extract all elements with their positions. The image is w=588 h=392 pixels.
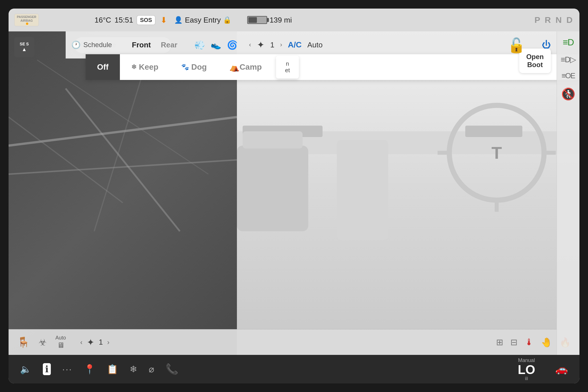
main-screen: PASSENGER AIRBAG 16°C 15:51 SOS ⬇ 👤 Easy… [9,9,579,383]
prnd-p: P [534,15,541,25]
airflow-combo-icon[interactable]: 🌀 [227,40,237,50]
spoke-right [541,151,556,155]
steering-wheel [447,103,547,203]
wiper-icon[interactable]: ⌀ [149,364,154,375]
airflow-feet-icon[interactable]: 👟 [211,40,221,50]
battery-miles: 139 mi [269,16,292,25]
steering-heat-icon[interactable]: 🌡 [525,337,534,347]
svg-line-3 [9,117,123,203]
biohazard-icon[interactable]: ☣ [39,337,47,348]
foglights-icon[interactable]: ≡OE [561,71,575,80]
front-rear-tabs: Front Rear [129,39,180,51]
person-exit-icon[interactable]: 🚷 [561,87,575,101]
keep-icon: ❄ [131,63,136,71]
car-icon[interactable]: 🚗 [555,363,568,375]
bottom-fan-speed: 1 [99,338,103,347]
airbag-sublabel: AIRBAG [20,19,33,23]
airflow-icons: 💨 👟 🌀 [194,40,237,50]
lo-display: Manual LO 🖥 [518,357,535,381]
svg-rect-9 [243,131,303,148]
prnd-r: R [545,15,552,25]
camp-label-partial: ⛺ [229,63,239,72]
svg-line-0 [9,117,237,146]
dog-icon: 🐾 [181,63,189,71]
highbeam-icon[interactable]: ≡D▷ [561,55,576,64]
fan-increase-button[interactable]: › [280,41,282,49]
spoke-bottom [495,198,499,212]
left-seat-heat-icon[interactable]: 🪑 [17,336,30,348]
volume-icon[interactable]: 🔈 [20,364,31,375]
easy-entry-label: Easy Entry [185,16,221,25]
prnd-display: P R N D [534,15,574,25]
compass-widget[interactable]: SE S▲ [14,37,34,57]
battery-fill [248,17,257,23]
bottom-fan-controls: ‹ ✦ 1 › [80,337,109,348]
fan-speed-value: 1 [270,41,274,49]
open-boot-label: Open Boot [526,53,544,69]
svg-line-1 [9,160,237,174]
fan-icon: ✦ [257,39,265,50]
prnd-d: D [566,15,574,25]
fan-right-arrow[interactable]: › [107,338,110,346]
battery-section: 139 mi [247,16,292,25]
prnd-n: N [555,15,563,25]
location-pin-icon[interactable]: 📍 [84,364,95,375]
auto-display: Auto 🖥 [55,335,66,350]
temperature-display: 16°C [94,16,111,25]
airbag-label: PASSENGER [17,15,36,19]
screen-small-icon: 🖥 [524,376,529,381]
front-defrost-icon[interactable]: ⊟ [510,337,517,347]
mode-camp-label: Camp [239,63,262,72]
mode-keep-button[interactable]: ❄ Keep [120,54,170,80]
fan-speed-controls: ‹ ✦ 1 › [249,39,282,50]
easy-entry-section: 👤 Easy Entry 🔒 [174,16,232,25]
lock-unlocked-icon[interactable]: 🔓 [508,37,525,54]
auto-label: Auto [55,335,66,341]
status-bar: PASSENGER AIRBAG 16°C 15:51 SOS ⬇ 👤 Easy… [9,9,579,31]
clock-icon: 🕐 [71,41,80,49]
headlights-icon[interactable]: ≡D [563,37,574,48]
mode-dog-label: Dog [191,63,207,72]
schedule-button[interactable]: 🕐 Schedule [71,41,112,49]
notes-icon[interactable]: 📋 [107,364,118,375]
svg-rect-10 [337,140,388,240]
fan-decrease-button[interactable]: ‹ [249,41,251,49]
temp-time-section: 16°C 15:51 SOS ⬇ [94,15,167,25]
mode-dog-button[interactable]: 🐾 Dog [170,54,218,80]
right-icons-panel: ≡D ≡D▷ ≡OE 🚷 [557,31,579,355]
overlay-line2: et [285,67,290,74]
seat-controls-row: 🪑 ☣ Auto 🖥 ‹ ✦ 1 › ⊞ ⊟ 🌡 🤚 🔥 [9,329,579,355]
mode-off-button[interactable]: Off [86,54,120,80]
fan-left-arrow[interactable]: ‹ [80,338,82,346]
screen-icon: 🖥 [57,341,65,350]
sos-button[interactable]: SOS [136,15,155,25]
more-options-icon[interactable]: ··· [62,364,73,375]
rear-defrost-icon[interactable]: ⊞ [496,337,503,347]
bottom-fan-icon: ✦ [87,337,94,348]
rear-tab[interactable]: Rear [158,39,180,51]
lo-value: LO [518,363,535,376]
svg-line-2 [66,89,180,231]
mode-selector-panel: Off ❄ Keep 🐾 Dog ⛺ Camp n et [86,54,579,80]
airflow-face-icon[interactable]: 💨 [194,40,205,50]
ac-button[interactable]: A/C [288,40,301,49]
clock-display: 15:51 [114,16,133,25]
taskbar: 🔈 ℹ ··· 📍 📋 ❄ ⌀ 📞 Manual LO 🖥 🚗 [9,355,579,383]
front-tab[interactable]: Front [129,39,154,51]
mode-off-label: Off [97,63,108,72]
svg-rect-8 [237,146,308,231]
phone-icon[interactable]: 📞 [166,363,178,375]
hvac-taskbar-icon[interactable]: ❄ [130,364,137,375]
airbag-dot [26,23,28,25]
partial-overlay-card: n et [276,56,299,79]
lock-icon: 🔒 [223,16,231,24]
download-icon: ⬇ [160,15,167,25]
seat-right-heat-icon[interactable]: 🤚 [541,337,552,348]
auto-button[interactable]: Auto [307,41,323,49]
mode-camp-button[interactable]: ⛺ Camp [218,54,273,80]
airbag-indicator: PASSENGER AIRBAG [14,14,39,26]
battery-bar [247,16,267,24]
info-icon[interactable]: ℹ [43,363,51,375]
person-entry-icon: 👤 [174,16,183,24]
overlay-line1: n [286,61,289,67]
